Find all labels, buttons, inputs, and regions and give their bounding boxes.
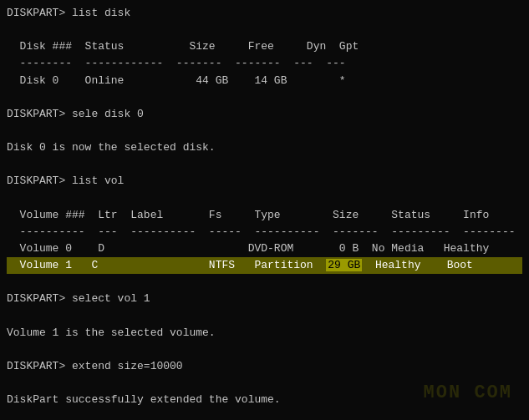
blank-1 bbox=[7, 22, 522, 38]
terminal: DISKPART> list disk Disk ### Status Size… bbox=[7, 5, 522, 420]
blank-3 bbox=[7, 123, 522, 139]
blank-4 bbox=[7, 156, 522, 173]
prompt: DISKPART> sele disk 0 bbox=[7, 108, 144, 120]
disk-header: Disk ### Status Size Free Dyn Gpt bbox=[7, 38, 522, 55]
cmd-list-vol-1: DISKPART> list vol bbox=[7, 173, 522, 190]
blank-7 bbox=[7, 308, 522, 325]
cmd-sele-disk: DISKPART> sele disk 0 bbox=[7, 106, 522, 123]
prompt: DISKPART> list disk bbox=[7, 7, 130, 19]
disk-divider: -------- ------------ ------- ------- --… bbox=[7, 55, 522, 72]
vol-divider-1: ---------- --- ---------- ----- --------… bbox=[7, 224, 522, 240]
prompt: DISKPART> list vol bbox=[7, 175, 124, 187]
vol-row-1-first: Volume 1 C NTFS Partition 29 GB Healthy … bbox=[7, 257, 522, 274]
select-vol-result: Volume 1 is the selected volume. bbox=[7, 325, 522, 342]
prompt: DISKPART> extend size=10000 bbox=[7, 360, 183, 372]
vol-header-1: Volume ### Ltr Label Fs Type Size Status… bbox=[7, 207, 522, 224]
extend-result: DiskPart successfully extended the volum… bbox=[7, 392, 522, 408]
blank-10 bbox=[7, 408, 522, 420]
blank-2 bbox=[7, 89, 522, 106]
blank-5 bbox=[7, 190, 522, 207]
blank-8 bbox=[7, 342, 522, 358]
vol-row-0-first: Volume 0 D DVD-ROM 0 B No Media Healthy bbox=[7, 240, 522, 257]
vol1-size-first: 29 GB bbox=[326, 259, 362, 271]
blank-6 bbox=[7, 274, 522, 291]
sele-disk-result: Disk 0 is now the selected disk. bbox=[7, 139, 522, 156]
cmd-extend: DISKPART> extend size=10000 bbox=[7, 358, 522, 375]
blank-9 bbox=[7, 375, 522, 392]
disk-row-0: Disk 0 Online 44 GB 14 GB * bbox=[7, 73, 522, 89]
prompt: DISKPART> select vol 1 bbox=[7, 292, 150, 305]
cmd-select-vol: DISKPART> select vol 1 bbox=[7, 291, 522, 307]
cmd-list-disk: DISKPART> list disk bbox=[7, 5, 522, 22]
